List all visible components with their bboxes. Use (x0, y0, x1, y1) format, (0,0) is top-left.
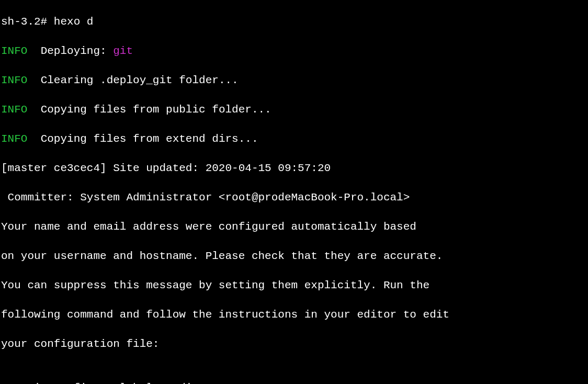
output-text: Deploying: (27, 45, 113, 57)
msg-line: your configuration file: (1, 337, 587, 352)
commit-line: [master ce3cec4] Site updated: 2020-04-1… (1, 161, 587, 176)
output-text: Clearing .deploy_git folder... (27, 74, 238, 86)
msg-line: Your name and email address were configu… (1, 220, 587, 234)
msg-line: following command and follow the instruc… (1, 308, 587, 322)
info-deploying: INFO Deploying: git (1, 44, 587, 59)
msg-line: on your username and hostname. Please ch… (1, 249, 587, 264)
prompt-line: sh-3.2# hexo d (1, 15, 587, 29)
output-text: Copying files from public folder... (27, 104, 271, 116)
info-copy-extend: INFO Copying files from extend dirs... (1, 132, 587, 146)
suggested-command: git config --global --edit (1, 381, 587, 384)
info-label: INFO (1, 45, 27, 57)
info-label: INFO (1, 74, 27, 86)
terminal-output[interactable]: sh-3.2# hexo d INFO Deploying: git INFO … (0, 0, 588, 384)
info-clearing: INFO Clearing .deploy_git folder... (1, 73, 587, 88)
shell-prompt: sh-3.2# (1, 16, 54, 28)
info-copy-public: INFO Copying files from public folder... (1, 103, 587, 117)
msg-line: You can suppress this message by setting… (1, 278, 587, 293)
committer-line: Committer: System Administrator <root@pr… (1, 190, 587, 205)
deploy-method: git (113, 45, 133, 57)
typed-command: hexo d (54, 16, 94, 28)
output-text: Copying files from extend dirs... (27, 133, 258, 145)
info-label: INFO (1, 133, 27, 145)
info-label: INFO (1, 104, 27, 116)
